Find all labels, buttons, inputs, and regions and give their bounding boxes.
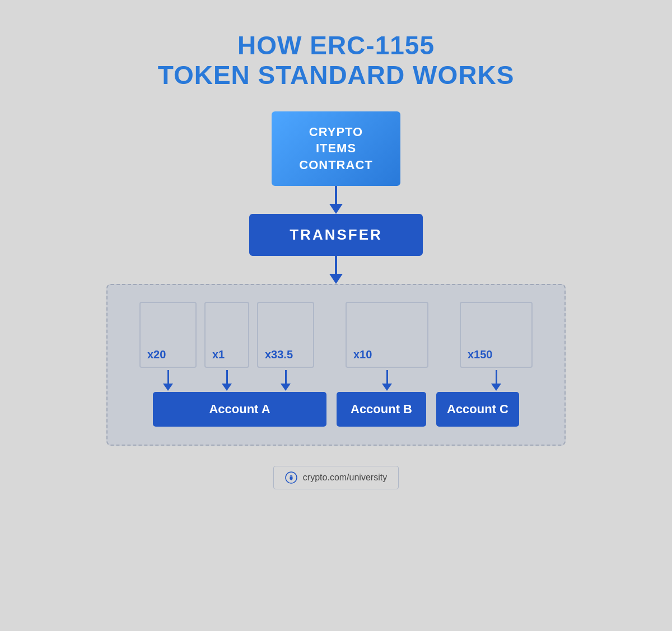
account-b-label: Account B bbox=[351, 402, 412, 416]
title-line2: TOKEN STANDARD WORKS bbox=[158, 60, 515, 90]
arrow-col-1 bbox=[139, 370, 197, 391]
token-qty-5: x150 bbox=[468, 348, 493, 361]
spacer-arrows-2 bbox=[436, 370, 452, 391]
account-c-label: Account C bbox=[447, 402, 508, 416]
transfer-box: TRANSFER bbox=[249, 214, 423, 256]
spacer-arrows-1 bbox=[322, 370, 338, 391]
arrows-to-accounts bbox=[128, 370, 544, 391]
arrow-head-sm-3 bbox=[281, 384, 291, 391]
footer: crypto.com/university bbox=[273, 466, 399, 489]
token-card-3: x33.5 bbox=[257, 302, 314, 368]
arrow-col-5 bbox=[460, 370, 533, 391]
contract-box: CRYPTO ITEMS CONTRACT bbox=[272, 111, 400, 186]
arrow-line-sm-4 bbox=[386, 370, 388, 384]
arrow-head-sm-4 bbox=[382, 384, 392, 391]
arrow-transfer-to-tokens bbox=[329, 256, 343, 284]
arrow-head bbox=[329, 204, 343, 214]
token-card-4: x10 bbox=[346, 302, 428, 368]
account-b-box: Account B bbox=[337, 392, 426, 427]
arrow-line bbox=[335, 186, 337, 204]
token-qty-3: x33.5 bbox=[265, 348, 293, 361]
arrow-head-sm-2 bbox=[222, 384, 232, 391]
arrow-line-2 bbox=[335, 256, 337, 274]
arrow-line-sm-1 bbox=[167, 370, 169, 384]
arrow-line-sm-2 bbox=[226, 370, 228, 384]
transfer-label: TRANSFER bbox=[290, 226, 382, 243]
arrow-col-2 bbox=[204, 370, 249, 391]
token-card-1: x20 bbox=[139, 302, 197, 368]
arrow-col-3 bbox=[257, 370, 314, 391]
account-a-box: Account A bbox=[153, 392, 326, 427]
footer-text: crypto.com/university bbox=[303, 473, 387, 483]
token-card-5: x150 bbox=[460, 302, 533, 368]
crypto-logo-icon bbox=[285, 471, 297, 484]
arrow-head-sm-5 bbox=[491, 384, 501, 391]
contract-label: CRYPTO ITEMS CONTRACT bbox=[299, 125, 372, 172]
arrow-head-2 bbox=[329, 274, 343, 284]
arrow-line-sm-5 bbox=[496, 370, 497, 384]
arrow-line-sm-3 bbox=[285, 370, 287, 384]
account-a-label: Account A bbox=[209, 402, 270, 416]
account-c-box: Account C bbox=[436, 392, 519, 427]
arrow-head-sm-1 bbox=[163, 384, 173, 391]
page-title: HOW ERC-1155 TOKEN STANDARD WORKS bbox=[158, 31, 515, 90]
token-qty-1: x20 bbox=[147, 348, 166, 361]
diagram: CRYPTO ITEMS CONTRACT TRANSFER x20 x1 x3… bbox=[106, 111, 566, 446]
tokens-container: x20 x1 x33.5 x10 x150 bbox=[106, 284, 566, 446]
token-cards-row: x20 x1 x33.5 x10 x150 bbox=[128, 302, 544, 368]
token-qty-2: x1 bbox=[212, 348, 225, 361]
accounts-row: Account A Account B Account C bbox=[128, 392, 544, 427]
title-line1: HOW ERC-1155 bbox=[237, 31, 435, 60]
arrow-col-4 bbox=[346, 370, 428, 391]
token-qty-4: x10 bbox=[353, 348, 372, 361]
token-card-2: x1 bbox=[204, 302, 249, 368]
arrow-contract-to-transfer bbox=[329, 186, 343, 214]
